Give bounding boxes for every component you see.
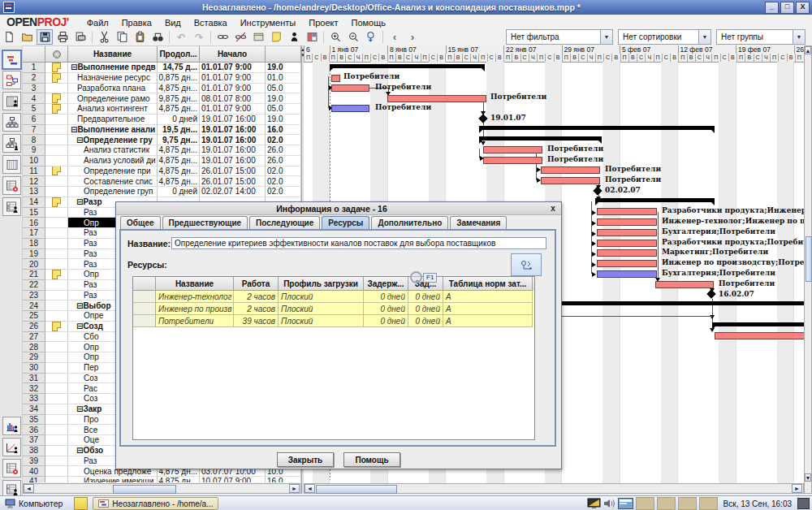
table-row[interactable]: 7 ⊟Выполнение анали 19,5 дн... 19.01.07 … [23, 125, 301, 136]
row-number[interactable]: 9 [23, 145, 45, 156]
res-work-cell[interactable]: 39 часов [234, 315, 279, 327]
task-start-cell[interactable]: 26.01.07 15:00 [200, 166, 266, 177]
task-duration-cell[interactable]: 4,875 дн... [158, 477, 200, 482]
maximize-button[interactable]: □ [780, 2, 794, 14]
copy-icon[interactable] [114, 29, 130, 45]
zoom-in-icon[interactable] [327, 29, 343, 45]
gantt-bar[interactable] [331, 84, 369, 92]
chart-vscroll-thumb[interactable] [806, 236, 812, 282]
res-delay1-cell[interactable]: 0 дней [364, 291, 408, 303]
find-icon[interactable] [149, 29, 166, 45]
task-name-cell[interactable]: Разработка плана [68, 84, 158, 94]
display-settings-icon[interactable] [587, 498, 601, 509]
row-number[interactable]: 41 [23, 477, 45, 482]
grid-horizontal-scrollbar[interactable]: ◄ ► [23, 483, 301, 494]
row-number[interactable]: 13 [23, 187, 45, 197]
chevron-down-icon[interactable]: ▼ [698, 30, 710, 44]
task-duration-cell[interactable]: 4,875 дн... [158, 156, 200, 166]
column-header-info[interactable] [45, 45, 68, 63]
chevron-down-icon[interactable]: ▼ [793, 30, 805, 44]
task-end-cell[interactable]: 02.0 [266, 176, 301, 187]
task-duration-cell[interactable]: 9,75 дн... [158, 135, 200, 145]
res-profile-cell[interactable]: Плоский [279, 291, 364, 303]
res-rate-table-cell[interactable]: А [443, 291, 533, 303]
resource-row[interactable]: Инженер-технолог 2 часов Плоский 0 дней … [133, 291, 534, 303]
task-name-cell[interactable]: Анализ статистик [68, 145, 158, 156]
row-number[interactable]: 37 [23, 435, 45, 446]
res-col-select[interactable] [133, 277, 156, 291]
res-rate-table-cell[interactable]: А [443, 303, 533, 315]
res-select-cell[interactable] [133, 291, 156, 303]
row-number[interactable]: 18 [23, 239, 45, 249]
row-number[interactable]: 23 [23, 291, 45, 301]
help-button[interactable]: Помощь [343, 452, 400, 467]
table-row[interactable]: 11 Определение при 4,875 дн... 26.01.07 … [23, 166, 301, 177]
task-end-cell[interactable]: 19.0 [266, 93, 301, 104]
table-row[interactable]: 1 ⊟Выполнение предв 14,75 д... 01.01.07 … [23, 63, 301, 73]
chart-hscroll-thumb[interactable] [316, 485, 397, 494]
task-start-cell[interactable]: 01.01.07 9:00 [200, 73, 266, 84]
new-file-icon[interactable] [1, 29, 17, 45]
column-header-duration[interactable]: Продол... [158, 45, 200, 63]
task-name-cell[interactable]: Определение при [68, 166, 158, 177]
res-rate-table-cell[interactable]: А [443, 315, 533, 327]
row-number[interactable]: 10 [23, 156, 45, 166]
task-duration-cell[interactable]: 19,5 дн... [158, 125, 200, 136]
forward-icon[interactable]: › [404, 29, 421, 45]
row-number[interactable]: 15 [23, 208, 45, 218]
gantt-bar[interactable] [597, 229, 657, 236]
task-name-cell[interactable]: Определение груп [68, 187, 158, 197]
pager-cell[interactable] [678, 497, 697, 510]
link-tasks-icon[interactable] [214, 29, 231, 45]
res-col-work[interactable]: Работа [234, 277, 279, 291]
sort-dropdown[interactable]: Нет сортировки▼ [618, 29, 711, 45]
task-name-cell[interactable]: ⊟Определение гру [68, 135, 158, 145]
res-delay2-cell[interactable]: 0 дней [408, 291, 443, 303]
task-duration-cell[interactable]: 4,875 дн... [158, 104, 200, 115]
task-start-cell[interactable]: 01.01.07 9:00 [200, 63, 266, 73]
assign-resources-button[interactable] [511, 253, 542, 276]
task-end-cell[interactable]: 19.0 [266, 63, 301, 73]
resources-view-icon[interactable] [2, 92, 21, 110]
task-start-cell[interactable]: 26.01.07 15:00 [200, 176, 266, 187]
row-number[interactable]: 7 [23, 125, 45, 136]
row-number[interactable]: 34 [23, 404, 45, 415]
menu-item[interactable]: Вставка [188, 17, 234, 28]
computer-button[interactable]: Компьютер [0, 499, 67, 508]
task-name-cell[interactable]: Анализ контингент [68, 104, 158, 115]
row-number[interactable]: 17 [23, 228, 45, 239]
task-duration-cell[interactable]: 0 дней [158, 115, 200, 125]
window-list-icon[interactable] [618, 498, 633, 509]
task-duration-cell[interactable]: 4,875 дн... [158, 145, 200, 156]
task-start-cell[interactable]: 01.01.07 9:00 [200, 84, 266, 94]
table-row[interactable]: 3 Разработка плана 4,875 дн... 01.01.07 … [23, 84, 301, 94]
task-duration-cell[interactable]: 4,875 дн... [158, 84, 200, 94]
gantt-bar[interactable] [541, 177, 600, 184]
gantt-bar[interactable] [330, 64, 485, 68]
filter-dropdown[interactable]: Нет фильтра▼ [506, 29, 613, 45]
cut-icon[interactable] [96, 29, 112, 45]
task-duration-cell[interactable]: 4,875 дн... [158, 176, 200, 187]
row-number[interactable]: 24 [23, 300, 45, 311]
back-icon[interactable]: ‹ [387, 29, 403, 45]
res-work-cell[interactable]: 2 часов [234, 303, 279, 315]
task-name-cell[interactable]: ⊟Выполнение анали [68, 125, 158, 136]
task-usage-view-icon[interactable] [2, 176, 21, 195]
task-end-cell[interactable]: 05.0 [266, 104, 301, 115]
res-delay1-cell[interactable]: 0 дней [364, 315, 408, 327]
task-start-cell[interactable]: 01.01.07 9:00 [200, 104, 266, 115]
zoom-out-icon[interactable] [345, 29, 361, 45]
task-end-cell[interactable]: 05.0 [266, 84, 301, 94]
undo-icon[interactable]: ↶ [173, 29, 189, 45]
task-duration-cell[interactable]: 14,75 д... [158, 63, 200, 73]
task-usage-detail-view-icon[interactable] [2, 459, 21, 478]
reports-view-icon[interactable] [2, 155, 21, 174]
taskbar-clock[interactable]: Вск, 13 Сен, 16:03 [720, 499, 795, 508]
charts-view-icon[interactable] [2, 438, 21, 456]
table-row[interactable]: 10 Анализ условий ди 4,875 дн... 19.01.0… [23, 156, 301, 166]
res-work-cell[interactable]: 2 часов [234, 291, 279, 303]
row-number[interactable]: 40 [23, 466, 45, 477]
task-name-input[interactable]: Определение критериев эффективности кана… [171, 237, 546, 249]
notes-applet-icon[interactable] [74, 497, 88, 510]
res-col-delay1[interactable]: Задерж... [364, 277, 408, 291]
